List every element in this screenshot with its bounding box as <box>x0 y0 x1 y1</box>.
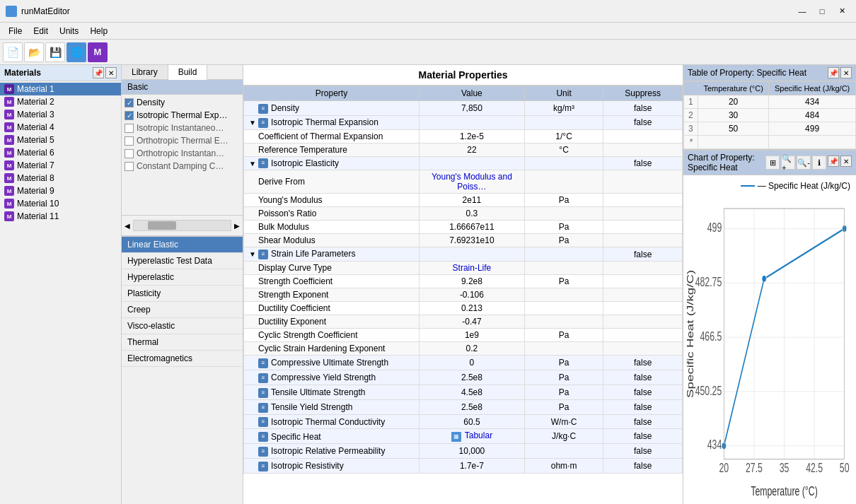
prop-value-cell[interactable]: Strain-Life <box>420 262 525 275</box>
tree-item-9[interactable]: MMaterial 10 <box>0 197 121 210</box>
prop-value-cell[interactable] <box>420 115 525 129</box>
tree-pin-button[interactable]: 📌 <box>93 67 104 78</box>
maximize-button[interactable]: □ <box>814 4 831 18</box>
heat-table-row[interactable]: 350499 <box>684 122 856 136</box>
heat-value[interactable]: 434 <box>769 95 856 109</box>
tree-item-8[interactable]: MMaterial 9 <box>0 184 121 197</box>
heat-table-row[interactable]: 120434 <box>684 95 856 109</box>
lib-category-5[interactable]: Visco-elastic <box>122 318 243 334</box>
prop-value-cell[interactable]: 10,000 <box>420 444 525 459</box>
tree-item-6[interactable]: MMaterial 7 <box>0 159 121 172</box>
table-row[interactable]: ≡Compressive Ultimate Strength0Pafalse <box>244 356 683 370</box>
scroll-right[interactable]: ▶ <box>234 222 240 230</box>
prop-value-cell[interactable]: 1.7e-7 <box>420 459 525 474</box>
menu-file[interactable]: File <box>3 25 28 37</box>
table-row[interactable]: ≡Isotropic Resistivity1.7e-7ohm·mfalse <box>244 459 683 474</box>
prop-value-cell[interactable]: -0.106 <box>420 288 525 302</box>
heat-temp[interactable]: 50 <box>698 122 769 136</box>
lib-category-7[interactable]: Electromagnetics <box>122 351 243 367</box>
new-button[interactable]: 📄 <box>3 42 23 62</box>
prop-value-cell[interactable] <box>420 247 525 262</box>
table-row[interactable]: Strength Exponent-0.106 <box>244 288 683 302</box>
table-row[interactable]: ≡Compressive Yield Strength2.5e8Pafalse <box>244 370 683 385</box>
table-row[interactable]: Cyclic Strain Hardening Exponent0.2 <box>244 342 683 356</box>
table-row[interactable]: Derive FromYoung's Modulus and Poiss… <box>244 170 683 194</box>
tree-item-0[interactable]: MMaterial 1 <box>0 83 121 95</box>
table-row[interactable]: ≡Tensile Ultimate Strength4.5e8Pafalse <box>244 385 683 399</box>
lib-item-check-5[interactable] <box>125 162 134 171</box>
lib-category-6[interactable]: Thermal <box>122 334 243 351</box>
table-row[interactable]: ≡Isotropic Relative Permeability10,000fa… <box>244 444 683 459</box>
tree-item-2[interactable]: MMaterial 3 <box>0 108 121 121</box>
table-row[interactable]: ≡Tensile Yield Strength2.5e8Pafalse <box>244 399 683 414</box>
chart-fit-btn[interactable]: ⊞ <box>765 156 780 170</box>
lib-item-5[interactable]: Constant Damping Coeffi… <box>122 160 243 172</box>
lib-scrollbar[interactable] <box>133 220 231 231</box>
table-row[interactable]: Display Curve TypeStrain-Life <box>244 262 683 275</box>
chart-zoom-in-btn[interactable]: 🔍+ <box>781 156 795 170</box>
heat-value[interactable]: 484 <box>769 109 856 122</box>
lib-item-1[interactable]: ✓Isotropic Thermal Expansi… <box>122 109 243 122</box>
lib-category-4[interactable]: Creep <box>122 302 243 318</box>
tree-item-1[interactable]: MMaterial 2 <box>0 95 121 108</box>
close-button[interactable]: ✕ <box>833 4 850 18</box>
prop-value-cell[interactable]: 2e11 <box>420 194 525 207</box>
prop-value-cell[interactable]: 0.2 <box>420 342 525 356</box>
lib-category-3[interactable]: Plasticity <box>122 286 243 302</box>
lib-item-check-3[interactable] <box>125 136 134 146</box>
chart-info-btn[interactable]: ℹ <box>812 156 826 170</box>
chart-close-btn[interactable]: ✕ <box>840 156 852 167</box>
lib-item-4[interactable]: Orthotropic Instantaneous… <box>122 147 243 160</box>
prop-value-cell[interactable]: -0.47 <box>420 315 525 329</box>
table-row[interactable]: Ductility Exponent-0.47 <box>244 315 683 329</box>
lib-item-check-0[interactable]: ✓ <box>125 98 134 107</box>
open-button[interactable]: 📂 <box>24 42 44 62</box>
table-row[interactable]: ≡Density7,850kg/m³false <box>244 101 683 116</box>
menu-units[interactable]: Units <box>54 25 84 37</box>
prop-value-cell[interactable] <box>420 156 525 170</box>
prop-value-cell[interactable]: 2.5e8 <box>420 370 525 385</box>
tab-build[interactable]: Build <box>168 65 208 80</box>
prop-value-cell[interactable]: 2.5e8 <box>420 399 525 414</box>
table-close-btn[interactable]: ✕ <box>840 67 852 78</box>
lib-item-check-2[interactable] <box>125 124 134 133</box>
tree-item-3[interactable]: MMaterial 4 <box>0 121 121 134</box>
table-row[interactable]: ▼≡Strain Life Parametersfalse <box>244 247 683 262</box>
table-row[interactable]: Shear Modulus7.69231e10Pa <box>244 234 683 247</box>
table-row[interactable]: Strength Coefficient9.2e8Pa <box>244 275 683 288</box>
tab-library[interactable]: Library <box>122 65 168 79</box>
prop-value-cell[interactable]: 22 <box>420 143 525 156</box>
table-row[interactable]: ▼≡Isotropic Elasticityfalse <box>244 156 683 170</box>
prop-value-cell[interactable]: 1.2e-5 <box>420 129 525 143</box>
prop-value-cell[interactable]: 60.5 <box>420 414 525 429</box>
table-row[interactable]: ▼≡Isotropic Thermal Expansionfalse <box>244 115 683 129</box>
table-row[interactable]: Bulk Modulus1.66667e11Pa <box>244 221 683 234</box>
prop-value-cell[interactable]: 7.69231e10 <box>420 234 525 247</box>
chart-pin-btn[interactable]: 📌 <box>828 156 839 167</box>
table-row[interactable]: Poisson's Ratio0.3 <box>244 207 683 221</box>
lib-category-0[interactable]: Linear Elastic <box>122 237 243 253</box>
globe-button[interactable]: 🌐 <box>66 42 86 62</box>
prop-value-cell[interactable]: 7,850 <box>420 101 525 116</box>
table-row[interactable]: ≡Specific Heat▦ TabularJ/kg·Cfalse <box>244 429 683 444</box>
chart-zoom-out-btn[interactable]: 🔍- <box>797 156 811 170</box>
tree-close-button[interactable]: ✕ <box>105 67 117 78</box>
prop-value-cell[interactable]: 4.5e8 <box>420 385 525 399</box>
lib-item-3[interactable]: Orthotropic Thermal Expa… <box>122 134 243 147</box>
lib-item-2[interactable]: Isotropic Instantaneous Th… <box>122 122 243 134</box>
scroll-left[interactable]: ◀ <box>125 222 130 230</box>
prop-value-cell[interactable]: 0.213 <box>420 302 525 315</box>
menu-edit[interactable]: Edit <box>28 25 54 37</box>
lib-item-check-1[interactable]: ✓ <box>125 111 134 120</box>
table-pin-btn[interactable]: 📌 <box>828 67 839 78</box>
tree-item-5[interactable]: MMaterial 6 <box>0 146 121 159</box>
prop-value-cell[interactable]: 1.66667e11 <box>420 221 525 234</box>
lib-category-1[interactable]: Hyperelastic Test Data <box>122 253 243 269</box>
heat-value[interactable]: 499 <box>769 122 856 136</box>
table-row[interactable]: Ductility Coefficient0.213 <box>244 302 683 315</box>
table-row[interactable]: Coefficient of Thermal Expansion1.2e-51/… <box>244 129 683 143</box>
menu-help[interactable]: Help <box>84 25 113 37</box>
heat-table-row[interactable]: 230484 <box>684 109 856 122</box>
table-row[interactable]: Young's Modulus2e11Pa <box>244 194 683 207</box>
table-row[interactable]: Cyclic Strength Coefficient1e9Pa <box>244 329 683 342</box>
